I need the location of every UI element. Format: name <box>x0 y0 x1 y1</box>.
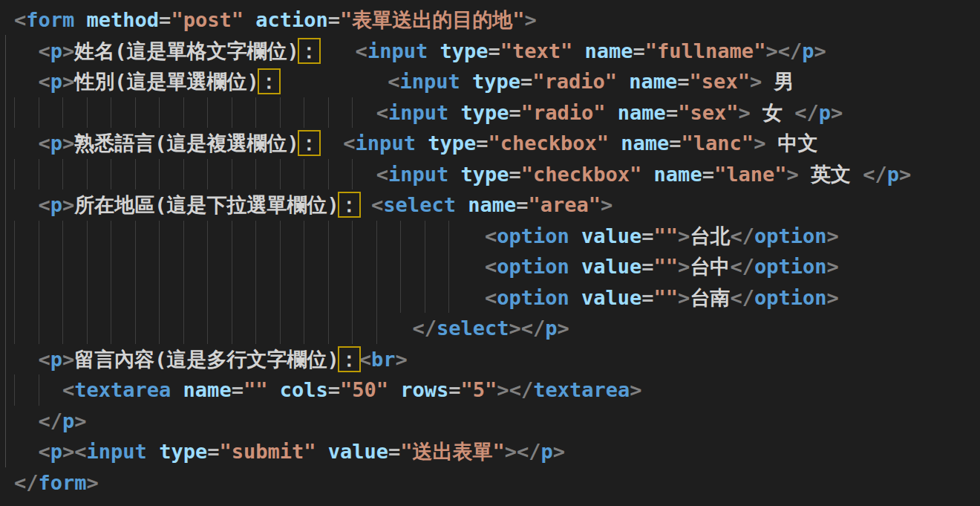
code-token-punctuation: > <box>678 255 690 278</box>
code-line[interactable]: <option value="">台中</option> <box>14 251 980 282</box>
code-token-punctuation: = <box>328 378 340 401</box>
code-line[interactable]: <p><input type="submit" value="送出表單"></p… <box>14 436 980 467</box>
leading-whitespace <box>14 163 376 186</box>
leading-whitespace <box>14 286 485 309</box>
code-token-punctuation: < <box>14 8 26 31</box>
code-editor[interactable]: <form method="post" action="表單送出的目的地"> <… <box>0 0 980 506</box>
code-line[interactable]: </form> <box>14 467 980 499</box>
indent-guide <box>328 159 329 190</box>
code-token-punctuation: = <box>509 163 521 186</box>
indent-guide <box>207 97 208 129</box>
code-token-punctuation: = <box>388 440 400 463</box>
code-token-tag: p <box>819 101 831 124</box>
indent-guide <box>183 221 184 252</box>
indent-guide <box>159 282 160 314</box>
code-token-punctuation: > <box>765 39 777 62</box>
indent-guide <box>135 251 136 282</box>
code-token-punctuation: < <box>376 163 388 186</box>
indent-guide <box>280 282 281 314</box>
code-token-punctuation: = <box>232 378 244 401</box>
code-token-punctuation <box>569 224 581 247</box>
code-token-punctuation: </ <box>730 286 754 309</box>
code-token-punctuation: = <box>509 101 521 124</box>
indent-guide <box>207 159 208 190</box>
indent-guide <box>232 97 232 129</box>
code-token-string: "lane" <box>714 163 787 186</box>
code-token-punctuation <box>171 378 183 401</box>
code-token-attribute: value <box>581 255 641 278</box>
code-token-punctuation: < <box>74 440 86 463</box>
code-line[interactable]: <p>留言內容(這是多行文字欄位)：<br> <box>14 344 980 375</box>
indent-guide <box>159 159 160 190</box>
indent-guide <box>280 221 281 252</box>
code-token-punctuation: < <box>39 348 50 371</box>
code-token-text: 男 <box>762 70 794 93</box>
code-token-punctuation: = <box>702 163 714 186</box>
code-token-attribute: name <box>629 70 677 93</box>
code-token-attribute: value <box>328 440 388 463</box>
code-line[interactable]: <option value="">台南</option> <box>14 282 980 314</box>
indent-guide <box>135 97 136 129</box>
indent-guide <box>159 97 160 129</box>
code-token-punctuation: = <box>488 39 500 62</box>
code-token-tag: input <box>368 39 428 62</box>
code-token-punctuation: </ <box>778 39 803 62</box>
code-token-punctuation: < <box>359 348 371 371</box>
code-line[interactable]: <input type="checkbox" name="lane"> 英文 <… <box>14 159 980 190</box>
code-token-punctuation: > <box>831 101 843 124</box>
indent-guide <box>135 282 136 314</box>
code-token-tag: input <box>87 440 147 463</box>
indent-guide <box>87 159 88 190</box>
leading-whitespace <box>14 255 485 278</box>
code-line[interactable]: <p>性別(這是單選欄位)： <input type="radio" name=… <box>14 66 980 97</box>
code-line[interactable]: <p>熟悉語言(這是複選欄位)： <input type="checkbox" … <box>14 128 980 159</box>
code-token-attribute: name <box>618 101 666 124</box>
code-line[interactable]: </p> <box>14 406 980 437</box>
indent-guide <box>39 282 39 314</box>
code-token-punctuation <box>456 193 468 216</box>
code-token-tag: textarea <box>533 378 630 401</box>
code-lines: <form method="post" action="表單送出的目的地"> <… <box>14 4 980 498</box>
indent-guide <box>62 97 63 129</box>
code-line[interactable]: <option value="">台北</option> <box>14 221 980 252</box>
code-token-tag: input <box>399 70 460 93</box>
code-line[interactable]: <p>所在地區(這是下拉選單欄位)： <select name="area"> <box>14 189 980 221</box>
indent-guide <box>207 251 208 282</box>
code-token-punctuation: </ <box>521 317 546 340</box>
code-token-punctuation: > <box>630 378 641 401</box>
indent-guide <box>183 159 184 190</box>
code-line[interactable]: <textarea name="" cols="50" rows="5"></t… <box>14 374 980 406</box>
code-token-tag: p <box>50 39 62 62</box>
indent-guide <box>183 97 184 129</box>
code-token-punctuation: > <box>74 409 86 432</box>
code-token-punctuation <box>609 132 621 155</box>
code-token-tag: option <box>497 255 569 278</box>
indent-guide <box>14 159 15 190</box>
indent-guide <box>87 313 88 344</box>
code-line[interactable]: <form method="post" action="表單送出的目的地"> <box>14 4 980 36</box>
indent-guide <box>304 313 304 344</box>
code-token-attribute: type <box>460 163 509 186</box>
code-token-punctuation: = <box>633 39 645 62</box>
indent-guide <box>87 221 88 252</box>
indent-guide <box>352 221 353 252</box>
code-line[interactable]: </select></p> <box>14 313 980 344</box>
indent-guide <box>135 313 136 344</box>
indent-guide <box>328 313 329 344</box>
indent-guide <box>328 251 329 282</box>
indent-guide <box>304 159 304 190</box>
indent-guide <box>39 313 39 344</box>
code-token-punctuation: = <box>207 440 219 463</box>
code-token-text: 留言內容(這是多行文字欄位) <box>74 348 339 371</box>
code-token-punctuation: < <box>39 39 50 62</box>
code-line[interactable]: <input type="radio" name="sex"> 女 </p> <box>14 97 980 129</box>
code-token-punctuation: < <box>343 132 355 155</box>
code-token-punctuation: < <box>39 70 50 93</box>
indent-guide <box>14 374 15 406</box>
code-token-punctuation: < <box>371 193 383 216</box>
code-token-punctuation <box>316 440 327 463</box>
code-token-punctuation <box>641 163 653 186</box>
indent-guide <box>448 251 449 282</box>
code-token-text: 熟悉語言(這是複選欄位) <box>74 132 299 155</box>
code-line[interactable]: <p>姓名(這是單格文字欄位)： <input type="text" name… <box>14 36 980 67</box>
